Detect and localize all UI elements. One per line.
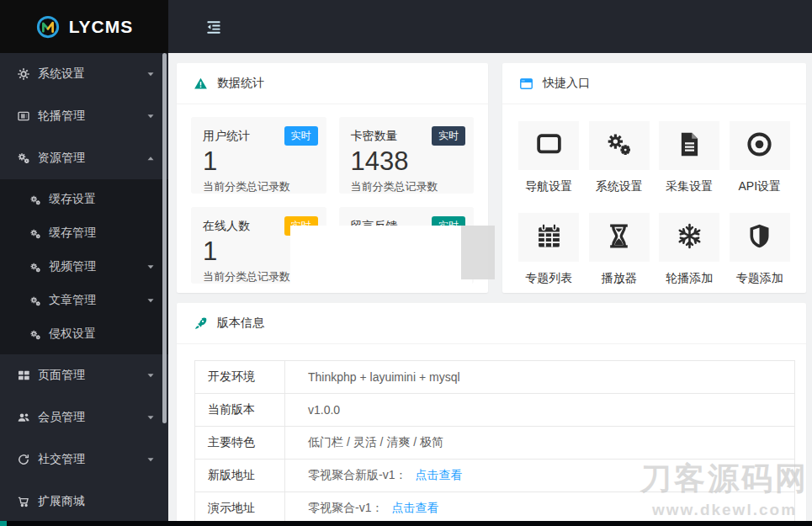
quick-entry-item[interactable]: 采集设置 — [659, 121, 719, 194]
version-card: 版本信息 开发环境Thinkphp + layuimini + mysql当前版… — [177, 303, 806, 526]
caret-down-icon — [146, 112, 155, 120]
stat-box: 用户统计实时1当前分类总记录数 — [191, 117, 326, 194]
version-card-header: 版本信息 — [177, 303, 806, 344]
snowflake-icon — [676, 222, 703, 253]
top-navbar — [168, 0, 812, 53]
stat-value: 1438 — [351, 146, 466, 177]
sidebar-item-label: 资源管理 — [38, 151, 146, 166]
sidebar-scrollbar[interactable] — [162, 53, 167, 423]
sidebar-item[interactable]: 轮播管理 — [0, 95, 168, 137]
version-value-text: 零视聚合-v1： — [308, 501, 383, 514]
gears-icon — [29, 328, 41, 340]
quick-entry-item[interactable]: API设置 — [730, 121, 790, 194]
stats-card-header: 数据统计 — [177, 63, 488, 104]
recycle-icon — [17, 453, 30, 466]
grid-icon — [17, 369, 30, 382]
app-logo: LYCMS — [0, 0, 168, 53]
sidebar-item-label: 文章管理 — [49, 293, 146, 308]
caret-down-icon — [146, 70, 155, 78]
calendar-icon — [535, 222, 563, 253]
caret-down-icon — [146, 263, 155, 271]
version-table: 开发环境Thinkphp + layuimini + mysql当前版本v1.0… — [194, 360, 795, 525]
quick-entry-item[interactable]: 轮播添加 — [659, 213, 719, 286]
sidebar-item[interactable]: 资源管理 — [0, 137, 168, 179]
sidebar-item-label: 系统设置 — [38, 66, 146, 82]
render-artifact-white — [290, 226, 472, 284]
quick-entry-label: 采集设置 — [666, 179, 713, 194]
quick-card-title: 快捷入口 — [543, 76, 590, 91]
version-row-value: 零视聚合新版-v1：点击查看 — [285, 460, 795, 492]
list-icon — [17, 109, 30, 123]
quick-entry-item[interactable]: 专题列表 — [518, 213, 579, 286]
view-link[interactable]: 点击查看 — [391, 501, 438, 514]
pen-icon — [194, 316, 208, 331]
version-table-wrap: 开发环境Thinkphp + layuimini + mysql当前版本v1.0… — [177, 344, 806, 525]
cart-icon — [17, 495, 30, 508]
sidebar-subitem[interactable]: 缓存管理 — [0, 216, 168, 250]
shield-icon — [746, 222, 773, 253]
file-icon — [676, 130, 703, 162]
users-icon — [17, 411, 30, 424]
version-value-text: 低门栏 / 灵活 / 清爽 / 极简 — [308, 435, 443, 449]
quick-entry-icon-box — [518, 213, 579, 262]
quick-entry-item[interactable]: 播放器 — [589, 213, 650, 286]
quick-entry-label: API设置 — [738, 179, 781, 194]
version-row-label: 当前版本 — [195, 394, 285, 427]
sidebar-subitem[interactable]: 侵权设置 — [0, 317, 168, 351]
sidebar-item-label: 缓存设置 — [49, 192, 155, 207]
stat-subtitle: 当前分类总记录数 — [203, 179, 318, 194]
gears-icon — [605, 130, 633, 162]
desktop-icon — [535, 130, 563, 162]
view-link[interactable]: 点击查看 — [415, 468, 462, 481]
warning-triangle-icon — [194, 77, 208, 91]
sidebar-item-label: 缓存管理 — [49, 226, 155, 241]
admin-dashboard: LYCMS 系统设置轮播管理资源管理缓存设置缓存管理视频管理文章管理侵权设置页面… — [0, 0, 812, 526]
quick-entry-item[interactable]: 专题添加 — [730, 213, 790, 286]
version-row-value: 零视聚合-v1：点击查看 — [285, 492, 795, 525]
stat-value: 1 — [203, 146, 318, 177]
quick-entry-item[interactable]: 系统设置 — [589, 121, 650, 194]
sidebar-item-label: 侵权设置 — [49, 327, 155, 342]
quick-entry-card: 快捷入口 导航设置系统设置采集设置API设置专题列表播放器轮播添加专题添加 — [502, 63, 806, 293]
realtime-badge: 实时 — [432, 126, 465, 146]
quick-entry-label: 轮播添加 — [666, 271, 713, 286]
quick-entry-grid: 导航设置系统设置采集设置API设置专题列表播放器轮播添加专题添加 — [502, 104, 806, 303]
outdent-icon[interactable] — [205, 19, 222, 35]
gears-icon — [29, 227, 41, 239]
hourglass-icon — [605, 222, 633, 253]
sidebar-item-label: 会员管理 — [38, 410, 146, 425]
stat-title: 卡密数量 — [351, 126, 398, 144]
bottom-bar — [0, 521, 812, 526]
caret-down-icon — [146, 371, 155, 380]
quick-entry-icon-box — [589, 121, 650, 170]
version-table-row: 新版地址零视聚合新版-v1：点击查看 — [195, 460, 795, 492]
quick-entry-label: 导航设置 — [525, 179, 572, 194]
sidebar-item-label: 视频管理 — [49, 259, 146, 274]
version-value-text: 零视聚合新版-v1： — [308, 468, 406, 481]
sidebar-subitem[interactable]: 视频管理 — [0, 250, 168, 284]
realtime-badge: 实时 — [284, 126, 318, 146]
gear-icon — [17, 67, 30, 81]
sidebar-item-label: 轮播管理 — [38, 109, 146, 124]
lycms-logo-icon — [35, 14, 61, 40]
version-table-row: 演示地址零视聚合-v1：点击查看 — [195, 492, 795, 525]
sidebar-item[interactable]: 会员管理 — [0, 396, 168, 438]
version-row-label: 开发环境 — [195, 361, 285, 394]
bottom-accent — [0, 521, 7, 526]
quick-entry-icon-box — [659, 213, 719, 262]
quick-entry-icon-box — [589, 213, 650, 262]
sidebar-item[interactable]: 社交管理 — [0, 438, 168, 481]
sidebar-item[interactable]: 系统设置 — [0, 53, 168, 95]
caret-up-icon — [146, 154, 155, 162]
gears-icon — [17, 151, 30, 165]
sidebar-submenu: 缓存设置缓存管理视频管理文章管理侵权设置 — [0, 179, 168, 354]
sidebar-item-label: 社交管理 — [38, 452, 146, 467]
sidebar-subitem[interactable]: 文章管理 — [0, 284, 168, 317]
stat-box: 卡密数量实时1438当前分类总记录数 — [339, 117, 475, 194]
window-icon — [519, 77, 533, 91]
sidebar-item[interactable]: 页面管理 — [0, 354, 168, 396]
quick-entry-item[interactable]: 导航设置 — [518, 121, 579, 194]
stat-subtitle: 当前分类总记录数 — [351, 179, 466, 194]
sidebar-item[interactable]: 扩展商城 — [0, 481, 168, 521]
sidebar-subitem[interactable]: 缓存设置 — [0, 183, 168, 216]
